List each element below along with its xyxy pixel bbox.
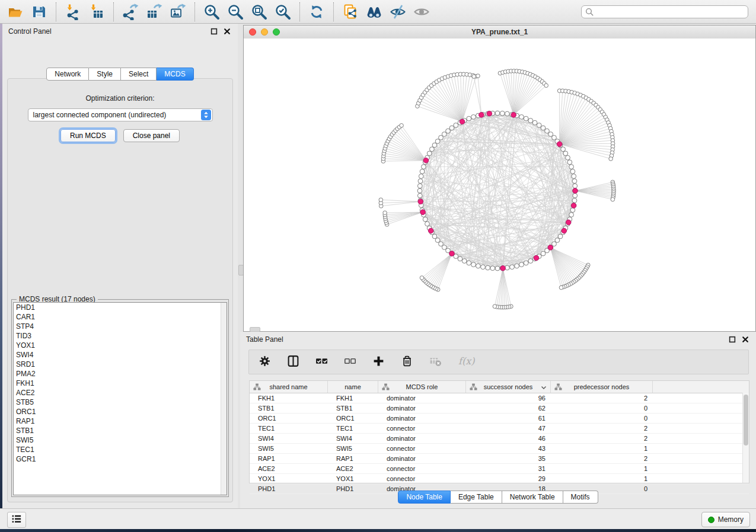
search-input[interactable] (581, 5, 748, 18)
mcds-result-item[interactable]: GCR1 (14, 454, 227, 464)
trash-icon (401, 355, 413, 370)
apply-layout-button[interactable] (306, 2, 327, 22)
import-table-button[interactable] (86, 2, 107, 22)
hide-selected-button[interactable] (387, 2, 409, 22)
table-cell: FKH1 (328, 393, 378, 403)
mcds-result-items: PHD1CAR1STP4TID3YOX1SWI4SRD1PMA2FKH1ACE2… (14, 303, 227, 464)
table-cell: ORC1 (328, 414, 378, 423)
float-table-panel-icon[interactable] (728, 335, 737, 344)
zoom-fit-button[interactable] (248, 2, 270, 22)
search-icon (585, 8, 594, 19)
mcds-result-scrollbar[interactable] (221, 303, 227, 495)
column-header-predecessor-nodes[interactable]: predecessor nodes (551, 381, 653, 393)
table-cell: 47 (466, 424, 551, 433)
mcds-result-item[interactable]: PMA2 (14, 369, 227, 379)
close-table-panel-icon[interactable] (741, 335, 750, 344)
open-folder-icon (7, 4, 24, 20)
column-header-MCDS-role[interactable]: MCDS role (378, 381, 466, 393)
mcds-result-item[interactable]: ORC1 (14, 407, 227, 416)
column-header-successor-nodes[interactable]: successor nodes (466, 381, 551, 393)
import-network-button[interactable] (62, 2, 84, 22)
table-row[interactable]: SWI5SWI5connector431 (250, 444, 749, 454)
tab-node-table[interactable]: Node Table (398, 491, 451, 504)
delete-columns-button[interactable] (401, 355, 413, 370)
table-cell: 1 (551, 444, 653, 453)
table-row[interactable]: ACE2ACE2connector311 (250, 464, 749, 474)
delete-table-button (429, 355, 442, 370)
table-scrollbar[interactable] (742, 393, 749, 483)
show-columns-button[interactable] (287, 355, 299, 370)
mcds-result-item[interactable]: TEC1 (14, 445, 227, 454)
table-row[interactable]: SWI4SWI4dominator462 (250, 434, 749, 444)
mcds-result-list[interactable]: PHD1CAR1STP4TID3YOX1SWI4SRD1PMA2FKH1ACE2… (13, 302, 227, 495)
mcds-result-item[interactable]: STB5 (14, 398, 227, 407)
tab-network-table[interactable]: Network Table (502, 491, 563, 504)
network-window-titlebar[interactable]: YPA_prune.txt_1 (244, 25, 755, 39)
new-network-from-selection-button[interactable] (340, 2, 361, 22)
column-header-name[interactable]: name (328, 381, 378, 393)
table-cell: SWI4 (250, 434, 328, 443)
sort-chevron-icon[interactable] (541, 384, 547, 392)
table-row[interactable]: ORC1ORC1dominator610 (250, 414, 749, 424)
table-row[interactable]: YOX1YOX1connector291 (250, 474, 749, 484)
mcds-result-item[interactable]: RAP1 (14, 416, 227, 426)
tab-network[interactable]: Network (46, 68, 89, 81)
mcds-result-item[interactable]: YOX1 (14, 341, 227, 350)
export-network-icon (122, 4, 139, 20)
table-row[interactable]: RAP1RAP1dominator352 (250, 454, 749, 464)
zoom-in-button[interactable] (201, 2, 222, 22)
zoom-out-button[interactable] (225, 2, 246, 22)
open-session-button[interactable] (5, 2, 26, 22)
network-graph[interactable] (244, 39, 755, 331)
tab-style[interactable]: Style (89, 68, 121, 81)
table-mode-button[interactable] (259, 355, 271, 370)
main-toolbar (0, 0, 756, 24)
tab-edge-table[interactable]: Edge Table (451, 491, 502, 504)
tab-motifs[interactable]: Motifs (563, 491, 598, 504)
mcds-result-item[interactable]: CAR1 (14, 312, 227, 322)
mcds-result-item[interactable]: STP4 (14, 322, 227, 331)
columns-icon (287, 355, 299, 370)
gear-icon (259, 355, 271, 370)
close-panel-button[interactable]: Close panel (123, 129, 180, 142)
mcds-result-item[interactable]: TID3 (14, 331, 227, 341)
export-image-button[interactable] (167, 2, 189, 22)
tab-mcds[interactable]: MCDS (157, 68, 193, 81)
table-header-row: shared name name MCDS role successor nod… (250, 381, 749, 393)
table-row[interactable]: STB1STB1dominator620 (250, 403, 749, 414)
save-session-button[interactable] (28, 2, 50, 22)
horizontal-splitter-grip[interactable] (250, 327, 260, 332)
mcds-result-item[interactable]: SWI4 (14, 350, 227, 360)
table-x-icon (429, 355, 442, 370)
float-panel-icon[interactable] (209, 27, 219, 36)
select-all-button[interactable] (315, 355, 328, 370)
show-all-button[interactable] (363, 2, 385, 22)
table-row[interactable]: TEC1TEC1connector472 (250, 424, 749, 434)
table-cell: 1 (551, 474, 653, 483)
mcds-result-item[interactable]: FKH1 (14, 379, 227, 388)
optimization-criterion-select[interactable]: largest connected component (undirected) (28, 108, 213, 121)
mcds-result-item[interactable]: SRD1 (14, 360, 227, 369)
zoom-selected-button[interactable] (272, 2, 294, 22)
mcds-result-item[interactable]: ACE2 (14, 388, 227, 398)
create-column-button[interactable] (372, 355, 385, 370)
mcds-result-item[interactable]: PHD1 (14, 303, 227, 312)
network-canvas[interactable] (244, 39, 755, 331)
column-type-icon (382, 383, 390, 392)
deselect-all-button[interactable] (344, 355, 356, 370)
tab-select[interactable]: Select (121, 68, 157, 81)
export-table-button[interactable] (143, 2, 165, 22)
table-row[interactable]: FKH1FKH1dominator962 (250, 393, 749, 403)
show-hidden-button[interactable] (411, 2, 432, 22)
export-network-button[interactable] (120, 2, 141, 22)
run-mcds-button[interactable]: Run MCDS (60, 129, 116, 142)
table-cell: 2 (551, 454, 653, 463)
table-scrollbar-thumb[interactable] (744, 395, 748, 446)
eye-slash-icon (390, 4, 406, 20)
close-panel-icon[interactable] (222, 27, 232, 36)
automation-menu-button[interactable] (7, 512, 26, 528)
mcds-result-item[interactable]: STB1 (14, 426, 227, 435)
column-header-shared-name[interactable]: shared name (250, 381, 328, 393)
mcds-result-item[interactable]: SWI5 (14, 435, 227, 445)
memory-button[interactable]: Memory (701, 512, 750, 527)
